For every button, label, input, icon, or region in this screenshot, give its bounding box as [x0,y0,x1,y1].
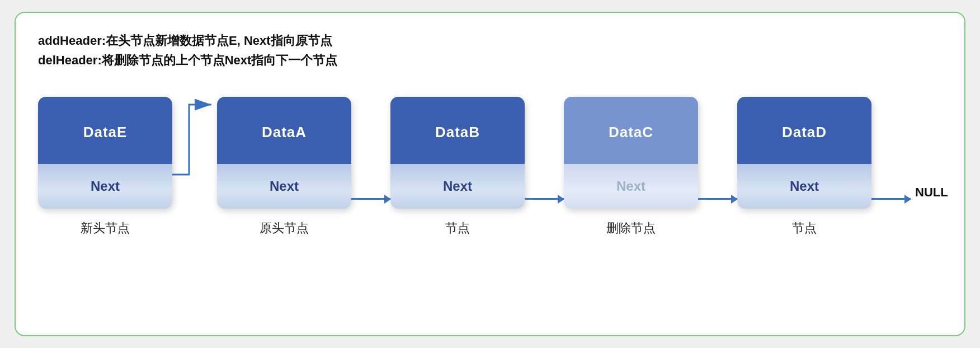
node-group-b: DataB Next 节点 [390,97,525,237]
node-next-c: Next [564,164,698,209]
node-data-c: DataC [564,97,698,164]
node-box-d: DataD Next [737,97,871,209]
nodes-wrapper: DataE Next 新头节点 DataA N [38,88,942,237]
node-box-a: DataA Next [217,97,351,209]
node-group-a: DataA Next 原头节点 [217,97,351,237]
node-caption-c: 删除节点 [606,220,656,237]
node-caption-a: 原头节点 [260,220,309,237]
node-next-b: Next [390,164,525,209]
node-group-e: DataE Next 新头节点 [38,97,172,237]
node-data-b: DataB [390,97,525,164]
node-caption-d: 节点 [792,220,817,237]
node-group-c: DataC Next 删除节点 [564,97,698,237]
arrow-c-d [698,153,737,200]
main-container: addHeader:在头节点新增数据节点E, Next指向原节点 delHead… [15,12,965,336]
arrow-a-b [351,153,390,200]
node-next-e: Next [38,164,172,209]
node-group-d: DataD Next 节点 [737,97,871,237]
node-box-e: DataE Next [38,97,172,209]
node-data-d: DataD [737,97,871,164]
arrow-b-c [525,153,564,200]
node-data-e: DataE [38,97,172,164]
title-line-1: addHeader:在头节点新增数据节点E, Next指向原节点 [38,31,942,50]
node-caption-b: 节点 [445,220,470,237]
node-next-d: Next [737,164,871,209]
node-next-a: Next [217,164,351,209]
node-data-a: DataA [217,97,351,164]
node-box-c: DataC Next [564,97,698,209]
arrow-d-null [871,153,911,200]
null-label: NULL [915,140,948,200]
arrow-e-to-a [172,88,217,200]
title-block: addHeader:在头节点新增数据节点E, Next指向原节点 delHead… [38,31,942,70]
node-box-b: DataB Next [390,97,525,209]
node-caption-e: 新头节点 [81,220,130,237]
title-line-2: delHeader:将删除节点的上个节点Next指向下一个节点 [38,50,942,70]
